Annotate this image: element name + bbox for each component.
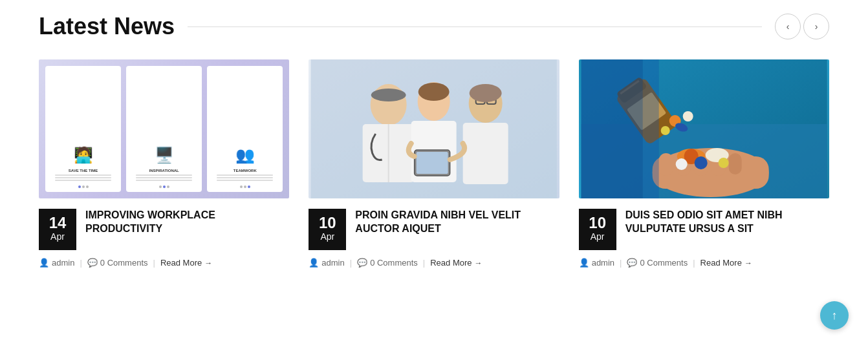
section-header: Latest News ‹ › (39, 13, 829, 40)
author-label-2: admin (321, 258, 344, 268)
line (136, 174, 192, 176)
sep-2b: | (423, 258, 425, 268)
author-label-1: admin (52, 258, 74, 268)
comments-label-1: 0 Comments (100, 258, 148, 268)
doctors-svg (309, 59, 559, 198)
sep-1b: | (153, 258, 155, 268)
illustration-image: 🧑‍💻 SAVE THE TIME 🖥️ (39, 59, 289, 198)
read-more-btn-3[interactable]: Read More → (700, 258, 752, 268)
card-footer-1: 👤 admin | 💬 0 Comments | Read More → (39, 258, 289, 268)
section-title: Latest News (39, 13, 175, 40)
svg-rect-8 (463, 123, 508, 184)
dot (159, 185, 162, 188)
pills-svg (579, 59, 829, 198)
svg-point-14 (418, 83, 450, 101)
date-day-3: 10 (589, 215, 606, 231)
date-month-1: Apr (50, 231, 65, 244)
illus-icon-1: 🧑‍💻 (74, 146, 93, 164)
line (136, 177, 192, 178)
card-meta-1: 14 Apr Improving Workplace Productivity (39, 209, 289, 250)
user-icon-3: 👤 (579, 258, 589, 268)
read-more-arrow-2: → (475, 259, 483, 268)
read-more-label-1: Read More (160, 258, 202, 268)
dot (163, 185, 166, 188)
comment-icon-2: 💬 (357, 258, 367, 268)
svg-point-16 (371, 89, 406, 101)
svg-point-30 (718, 158, 728, 168)
doctors-image (309, 59, 559, 198)
svg-point-29 (694, 156, 707, 169)
line (217, 177, 273, 178)
read-more-btn-1[interactable]: Read More → (160, 258, 212, 268)
illus-title-3: TEAMWORK (233, 169, 257, 173)
illus-icon-3: 👥 (235, 146, 255, 164)
svg-point-15 (470, 84, 502, 102)
date-month-2: Apr (320, 231, 334, 244)
line (55, 174, 111, 176)
author-label-3: admin (592, 258, 614, 268)
read-more-label-2: Read More (430, 258, 472, 268)
scroll-to-top-button[interactable]: ↑ (820, 301, 849, 330)
date-badge-1: 14 Apr (39, 209, 76, 250)
next-arrow[interactable]: › (803, 14, 829, 39)
line (55, 180, 111, 181)
date-month-3: Apr (591, 231, 605, 244)
svg-point-38 (660, 126, 669, 135)
read-more-arrow-3: → (744, 259, 752, 268)
card-title-1: Improving Workplace Productivity (85, 209, 289, 236)
comments-label-3: 0 Comments (640, 258, 688, 268)
line (55, 177, 111, 178)
card-footer-2: 👤 admin | 💬 0 Comments | Read More → (309, 258, 559, 268)
comments-label-2: 0 Comments (370, 258, 418, 268)
svg-rect-21 (658, 153, 673, 176)
dot (82, 185, 85, 188)
card-meta-3: 10 Apr DUIS SED ODIO SIT AMET NIBH VULPU… (579, 209, 829, 250)
svg-point-31 (675, 158, 687, 170)
dot (78, 185, 81, 188)
illus-dots-1 (78, 185, 89, 188)
illus-panel-2: 🖥️ INSPIRATIONAL (126, 66, 202, 192)
line (136, 180, 192, 181)
line (217, 180, 273, 181)
author-item-2: 👤 admin (309, 258, 344, 268)
illus-lines-2 (136, 174, 192, 181)
svg-rect-25 (728, 153, 741, 174)
illus-icon-2: 🖥️ (155, 146, 174, 164)
comment-icon-3: 💬 (627, 258, 637, 268)
illus-title-1: SAVE THE TIME (69, 169, 98, 173)
sep-1a: | (80, 258, 81, 268)
date-badge-2: 10 Apr (309, 209, 346, 250)
illus-lines-3 (217, 174, 273, 181)
card-footer-3: 👤 admin | 💬 0 Comments | Read More → (579, 258, 829, 268)
read-more-btn-2[interactable]: Read More → (430, 258, 482, 268)
user-icon-2: 👤 (309, 258, 319, 268)
comments-item-2: 💬 0 Comments (357, 258, 418, 268)
pills-image (579, 59, 829, 198)
svg-rect-41 (581, 59, 642, 198)
news-card-3: 10 Apr DUIS SED ODIO SIT AMET NIBH VULPU… (579, 59, 829, 268)
illus-dots-3 (240, 185, 250, 188)
prev-arrow[interactable]: ‹ (775, 14, 801, 39)
date-day-2: 10 (319, 215, 336, 231)
illus-panel-3: 👥 TEAMWORK (207, 66, 283, 192)
illus-lines-1 (55, 174, 111, 181)
author-item-3: 👤 admin (579, 258, 614, 268)
card-title-2: PROIN GRAVIDA NIBH VEL VELIT AUCTOR AIQU… (355, 209, 559, 236)
illus-dots-2 (159, 185, 169, 188)
user-icon-1: 👤 (39, 258, 49, 268)
sep-3b: | (693, 258, 695, 268)
news-card-1: 🧑‍💻 SAVE THE TIME 🖥️ (39, 59, 289, 268)
sep-2a: | (350, 258, 352, 268)
svg-point-37 (682, 111, 693, 122)
illus-title-2: INSPIRATIONAL (149, 169, 179, 173)
card-image-2 (309, 59, 559, 198)
dot (86, 185, 89, 188)
comment-icon-1: 💬 (87, 258, 98, 268)
read-more-label-3: Read More (700, 258, 742, 268)
read-more-arrow-1: → (204, 259, 212, 268)
dot (248, 185, 250, 188)
date-day-1: 14 (49, 215, 67, 231)
illus-panel-1: 🧑‍💻 SAVE THE TIME (45, 66, 121, 192)
card-meta-2: 10 Apr PROIN GRAVIDA NIBH VEL VELIT AUCT… (309, 209, 559, 250)
date-badge-3: 10 Apr (579, 209, 616, 250)
